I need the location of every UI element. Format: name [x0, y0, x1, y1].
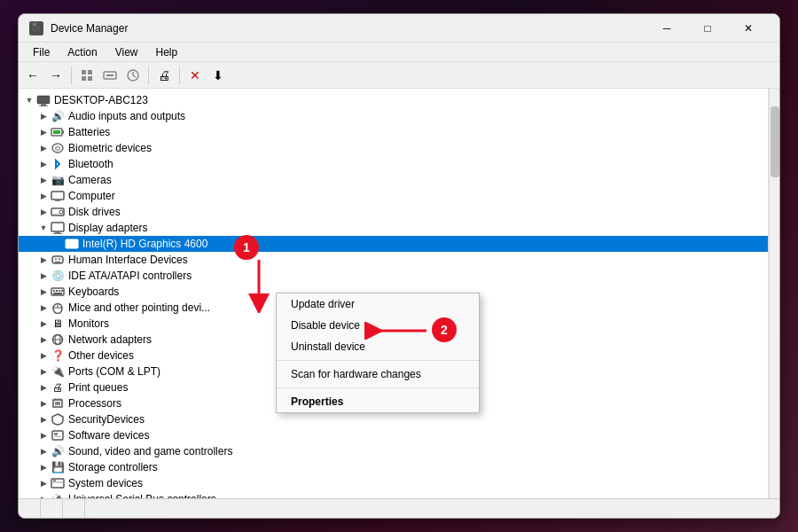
minimize-button[interactable]: ─ — [646, 14, 687, 43]
toolbar: ← → 🖨 ✕ ⬇ — [19, 62, 779, 89]
ctx-update-driver[interactable]: Update driver — [277, 293, 479, 315]
label-root: DESKTOP-ABC123 — [54, 94, 148, 106]
svg-rect-7 — [106, 74, 113, 76]
tree-item-display[interactable]: ▼ Display adapters — [19, 220, 768, 236]
tree-item-batteries[interactable]: ▶ Batteries — [19, 124, 768, 140]
device-tree[interactable]: ▼ DESKTOP-ABC123 ▶ 🔊 Audio inputs and ou… — [19, 89, 769, 498]
expander-root[interactable]: ▼ — [22, 93, 36, 107]
print-button[interactable]: 🖨 — [153, 65, 175, 86]
svg-rect-37 — [53, 293, 62, 294]
tree-item-usb[interactable]: ▶ 🔌 Universal Serial Bus controllers — [19, 491, 768, 498]
tree-item-hid[interactable]: ▶ Human Interface Devices — [19, 252, 768, 268]
expander-usb[interactable]: ▶ — [36, 492, 51, 498]
download-button[interactable]: ⬇ — [207, 65, 229, 86]
expander-ports[interactable]: ▶ — [36, 364, 51, 379]
delete-button[interactable]: ✕ — [184, 65, 206, 86]
expander-security[interactable]: ▶ — [36, 412, 51, 426]
expander-hid[interactable]: ▶ — [36, 253, 51, 267]
ctx-disable-device[interactable]: Disable device — [277, 315, 479, 336]
icon-security — [51, 412, 65, 426]
expander-display[interactable]: ▼ — [36, 221, 51, 235]
svg-rect-23 — [51, 223, 64, 231]
scrollbar[interactable] — [769, 89, 779, 498]
menu-action[interactable]: Action — [60, 44, 104, 60]
icon-network — [51, 332, 65, 347]
ctx-properties[interactable]: Properties — [277, 391, 479, 412]
svg-rect-20 — [51, 208, 64, 215]
tree-item-audio[interactable]: ▶ 🔊 Audio inputs and outputs — [19, 108, 768, 124]
tree-item-cameras[interactable]: ▶ 📷 Cameras — [19, 172, 768, 188]
svg-rect-31 — [55, 262, 60, 262]
svg-rect-25 — [53, 233, 62, 234]
expander-sound[interactable]: ▶ — [36, 444, 51, 458]
tree-item-gpu[interactable]: Intel(R) HD Graphics 4600 — [19, 236, 768, 252]
label-audio: Audio inputs and outputs — [68, 110, 185, 122]
label-monitors: Monitors — [68, 317, 109, 330]
expander-other[interactable]: ▶ — [36, 348, 51, 363]
tree-item-root[interactable]: ▼ DESKTOP-ABC123 — [19, 92, 768, 108]
svg-point-21 — [59, 210, 63, 214]
expander-mice[interactable]: ▶ — [36, 301, 51, 315]
tree-item-biometric[interactable]: ▶ Biometric devices — [19, 140, 768, 156]
expander-storage[interactable]: ▶ — [36, 460, 51, 474]
expander-gpu[interactable] — [51, 237, 65, 251]
tree-item-security[interactable]: ▶ SecurityDevices — [19, 411, 768, 427]
svg-rect-36 — [61, 290, 63, 292]
label-computer: Computer — [68, 190, 115, 202]
expander-computer[interactable]: ▶ — [36, 189, 51, 203]
status-bar — [19, 498, 779, 518]
back-button[interactable]: ← — [22, 65, 43, 86]
expander-disk[interactable]: ▶ — [36, 205, 51, 219]
tree-item-system[interactable]: ▶ System devices — [19, 475, 768, 491]
expander-biometric[interactable]: ▶ — [36, 141, 51, 155]
tree-item-disk[interactable]: ▶ Disk drives — [19, 204, 768, 220]
menu-help[interactable]: Help — [149, 44, 185, 60]
expander-network[interactable]: ▶ — [36, 332, 51, 347]
svg-rect-11 — [37, 96, 50, 104]
expander-processors[interactable]: ▶ — [36, 396, 51, 411]
expander-software[interactable]: ▶ — [36, 428, 51, 442]
label-keyboards: Keyboards — [68, 286, 119, 298]
expander-print[interactable]: ▶ — [36, 380, 51, 395]
expander-audio[interactable]: ▶ — [36, 109, 51, 123]
svg-rect-15 — [53, 130, 60, 134]
scroll-thumb[interactable] — [771, 106, 779, 177]
svg-rect-19 — [55, 200, 60, 201]
icon-bluetooth — [51, 157, 65, 171]
icon-computer — [36, 93, 51, 107]
expander-keyboards[interactable]: ▶ — [36, 285, 51, 299]
expander-batteries[interactable]: ▶ — [36, 125, 51, 139]
close-button[interactable]: ✕ — [728, 14, 769, 43]
menu-view[interactable]: View — [108, 44, 145, 60]
tree-item-computer[interactable]: ▶ Computer — [19, 188, 768, 204]
properties-button[interactable] — [76, 65, 98, 86]
ctx-scan-hardware[interactable]: Scan for hardware changes — [277, 364, 479, 385]
tree-item-storage[interactable]: ▶ 💾 Storage controllers — [19, 459, 768, 475]
update-driver-button[interactable] — [99, 65, 121, 86]
expander-bluetooth[interactable]: ▶ — [36, 157, 51, 171]
label-bluetooth: Bluetooth — [68, 158, 113, 170]
label-biometric: Biometric devices — [68, 142, 152, 154]
label-software: Software devices — [68, 429, 149, 442]
label-ide: IDE ATA/ATAPI controllers — [68, 270, 192, 282]
svg-rect-13 — [39, 106, 48, 106]
label-sound: Sound, video and game controllers — [68, 445, 232, 458]
tree-item-sound[interactable]: ▶ 🔊 Sound, video and game controllers — [19, 443, 768, 459]
expander-system[interactable]: ▶ — [36, 476, 51, 490]
maximize-button[interactable]: □ — [687, 14, 728, 43]
expander-cameras[interactable]: ▶ — [36, 173, 51, 187]
ctx-uninstall-device[interactable]: Uninstall device — [277, 336, 479, 357]
icon-sound: 🔊 — [51, 444, 65, 458]
label-cameras: Cameras — [68, 174, 112, 186]
tree-item-ide[interactable]: ▶ 💿 IDE ATA/ATAPI controllers — [19, 268, 768, 284]
forward-button[interactable]: → — [45, 65, 66, 86]
icon-print: 🖨 — [51, 380, 65, 395]
menu-file[interactable]: File — [26, 44, 57, 60]
tree-item-software[interactable]: ▶ Software devices — [19, 427, 768, 443]
expander-ide[interactable]: ▶ — [36, 269, 51, 283]
svg-rect-51 — [54, 436, 61, 437]
label-gpu: Intel(R) HD Graphics 4600 — [82, 238, 207, 250]
tree-item-bluetooth[interactable]: ▶ Bluetooth — [19, 156, 768, 172]
scan-button[interactable] — [122, 65, 144, 86]
expander-monitors[interactable]: ▶ — [36, 317, 51, 331]
